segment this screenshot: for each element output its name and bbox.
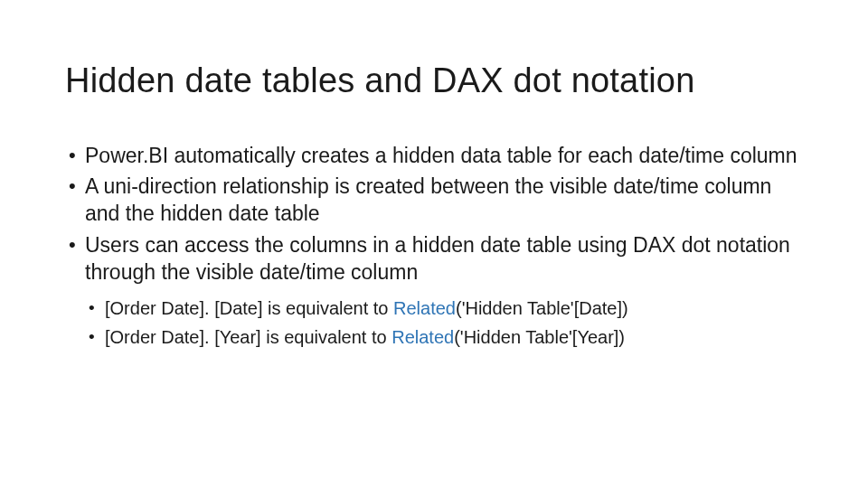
bullet-list-level-1: Power.BI automatically creates a hidden … [65,142,803,290]
sub-bullet-item: [Order Date]. [Year] is equivalent to Re… [105,325,803,354]
slide-title: Hidden date tables and DAX dot notation [65,61,803,100]
sub-bullet-text: [Order Date]. [Date] is equivalent to [105,298,393,318]
sub-bullet-text: ('Hidden Table'[Year]) [454,327,625,347]
sub-bullet-text: ('Hidden Table'[Date]) [456,298,628,318]
bullet-item: Power.BI automatically creates a hidden … [85,142,803,173]
dax-keyword: Related [393,298,456,318]
bullet-list-level-2: [Order Date]. [Date] is equivalent to Re… [65,296,803,353]
sub-bullet-item: [Order Date]. [Date] is equivalent to Re… [105,296,803,325]
slide: Hidden date tables and DAX dot notation … [0,0,868,488]
bullet-item: Users can access the columns in a hidden… [85,231,803,290]
dax-keyword: Related [392,327,454,347]
sub-bullet-text: [Order Date]. [Year] is equivalent to [105,327,392,347]
bullet-item: A uni-direction relationship is created … [85,173,803,231]
